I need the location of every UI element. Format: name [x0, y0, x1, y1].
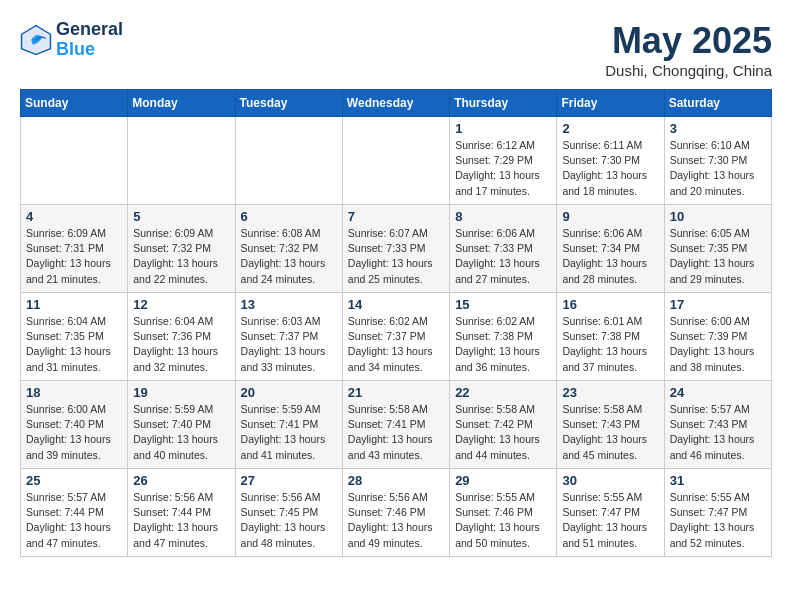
day-info: Sunrise: 6:04 AM Sunset: 7:36 PM Dayligh…	[133, 314, 229, 375]
day-info: Sunrise: 5:59 AM Sunset: 7:40 PM Dayligh…	[133, 402, 229, 463]
calendar-cell: 5Sunrise: 6:09 AM Sunset: 7:32 PM Daylig…	[128, 205, 235, 293]
day-number: 13	[241, 297, 337, 312]
day-number: 27	[241, 473, 337, 488]
day-number: 21	[348, 385, 444, 400]
calendar-cell: 10Sunrise: 6:05 AM Sunset: 7:35 PM Dayli…	[664, 205, 771, 293]
calendar-cell: 14Sunrise: 6:02 AM Sunset: 7:37 PM Dayli…	[342, 293, 449, 381]
calendar-cell: 8Sunrise: 6:06 AM Sunset: 7:33 PM Daylig…	[450, 205, 557, 293]
day-number: 31	[670, 473, 766, 488]
day-info: Sunrise: 5:56 AM Sunset: 7:46 PM Dayligh…	[348, 490, 444, 551]
day-number: 12	[133, 297, 229, 312]
day-number: 19	[133, 385, 229, 400]
day-number: 10	[670, 209, 766, 224]
calendar-body: 1Sunrise: 6:12 AM Sunset: 7:29 PM Daylig…	[21, 117, 772, 557]
day-number: 23	[562, 385, 658, 400]
calendar-cell: 2Sunrise: 6:11 AM Sunset: 7:30 PM Daylig…	[557, 117, 664, 205]
day-number: 8	[455, 209, 551, 224]
calendar-cell: 25Sunrise: 5:57 AM Sunset: 7:44 PM Dayli…	[21, 469, 128, 557]
calendar-cell: 17Sunrise: 6:00 AM Sunset: 7:39 PM Dayli…	[664, 293, 771, 381]
day-number: 14	[348, 297, 444, 312]
calendar-cell	[235, 117, 342, 205]
logo-icon	[20, 24, 52, 56]
logo: General Blue	[20, 20, 123, 60]
day-info: Sunrise: 5:58 AM Sunset: 7:41 PM Dayligh…	[348, 402, 444, 463]
day-info: Sunrise: 5:56 AM Sunset: 7:45 PM Dayligh…	[241, 490, 337, 551]
calendar-cell: 12Sunrise: 6:04 AM Sunset: 7:36 PM Dayli…	[128, 293, 235, 381]
calendar-table: SundayMondayTuesdayWednesdayThursdayFrid…	[20, 89, 772, 557]
header-cell-wednesday: Wednesday	[342, 90, 449, 117]
day-number: 1	[455, 121, 551, 136]
calendar-cell: 9Sunrise: 6:06 AM Sunset: 7:34 PM Daylig…	[557, 205, 664, 293]
header-cell-saturday: Saturday	[664, 90, 771, 117]
day-info: Sunrise: 6:12 AM Sunset: 7:29 PM Dayligh…	[455, 138, 551, 199]
header-cell-monday: Monday	[128, 90, 235, 117]
logo-line1: General	[56, 20, 123, 40]
day-info: Sunrise: 6:07 AM Sunset: 7:33 PM Dayligh…	[348, 226, 444, 287]
day-number: 15	[455, 297, 551, 312]
day-info: Sunrise: 6:00 AM Sunset: 7:39 PM Dayligh…	[670, 314, 766, 375]
calendar-cell: 3Sunrise: 6:10 AM Sunset: 7:30 PM Daylig…	[664, 117, 771, 205]
day-info: Sunrise: 6:02 AM Sunset: 7:38 PM Dayligh…	[455, 314, 551, 375]
day-info: Sunrise: 5:57 AM Sunset: 7:44 PM Dayligh…	[26, 490, 122, 551]
day-info: Sunrise: 6:09 AM Sunset: 7:32 PM Dayligh…	[133, 226, 229, 287]
day-info: Sunrise: 6:06 AM Sunset: 7:33 PM Dayligh…	[455, 226, 551, 287]
header-row: SundayMondayTuesdayWednesdayThursdayFrid…	[21, 90, 772, 117]
calendar-week-2: 4Sunrise: 6:09 AM Sunset: 7:31 PM Daylig…	[21, 205, 772, 293]
calendar-cell: 23Sunrise: 5:58 AM Sunset: 7:43 PM Dayli…	[557, 381, 664, 469]
day-info: Sunrise: 5:57 AM Sunset: 7:43 PM Dayligh…	[670, 402, 766, 463]
calendar-cell: 28Sunrise: 5:56 AM Sunset: 7:46 PM Dayli…	[342, 469, 449, 557]
calendar-cell: 6Sunrise: 6:08 AM Sunset: 7:32 PM Daylig…	[235, 205, 342, 293]
calendar-cell: 22Sunrise: 5:58 AM Sunset: 7:42 PM Dayli…	[450, 381, 557, 469]
day-info: Sunrise: 6:08 AM Sunset: 7:32 PM Dayligh…	[241, 226, 337, 287]
day-info: Sunrise: 5:58 AM Sunset: 7:43 PM Dayligh…	[562, 402, 658, 463]
day-number: 6	[241, 209, 337, 224]
calendar-cell: 4Sunrise: 6:09 AM Sunset: 7:31 PM Daylig…	[21, 205, 128, 293]
day-info: Sunrise: 6:11 AM Sunset: 7:30 PM Dayligh…	[562, 138, 658, 199]
day-number: 5	[133, 209, 229, 224]
day-number: 11	[26, 297, 122, 312]
title-block: May 2025 Dushi, Chongqing, China	[605, 20, 772, 79]
calendar-week-5: 25Sunrise: 5:57 AM Sunset: 7:44 PM Dayli…	[21, 469, 772, 557]
calendar-cell: 7Sunrise: 6:07 AM Sunset: 7:33 PM Daylig…	[342, 205, 449, 293]
day-info: Sunrise: 6:06 AM Sunset: 7:34 PM Dayligh…	[562, 226, 658, 287]
calendar-cell: 21Sunrise: 5:58 AM Sunset: 7:41 PM Dayli…	[342, 381, 449, 469]
day-number: 7	[348, 209, 444, 224]
day-info: Sunrise: 6:00 AM Sunset: 7:40 PM Dayligh…	[26, 402, 122, 463]
month-title: May 2025	[605, 20, 772, 62]
calendar-cell	[21, 117, 128, 205]
header-cell-friday: Friday	[557, 90, 664, 117]
calendar-cell: 29Sunrise: 5:55 AM Sunset: 7:46 PM Dayli…	[450, 469, 557, 557]
logo-line2: Blue	[56, 40, 123, 60]
header-cell-thursday: Thursday	[450, 90, 557, 117]
day-number: 24	[670, 385, 766, 400]
day-number: 2	[562, 121, 658, 136]
header-cell-tuesday: Tuesday	[235, 90, 342, 117]
calendar-week-1: 1Sunrise: 6:12 AM Sunset: 7:29 PM Daylig…	[21, 117, 772, 205]
day-info: Sunrise: 5:59 AM Sunset: 7:41 PM Dayligh…	[241, 402, 337, 463]
calendar-cell: 24Sunrise: 5:57 AM Sunset: 7:43 PM Dayli…	[664, 381, 771, 469]
calendar-cell: 20Sunrise: 5:59 AM Sunset: 7:41 PM Dayli…	[235, 381, 342, 469]
day-number: 30	[562, 473, 658, 488]
day-number: 25	[26, 473, 122, 488]
day-number: 4	[26, 209, 122, 224]
day-number: 28	[348, 473, 444, 488]
calendar-cell	[342, 117, 449, 205]
day-info: Sunrise: 5:58 AM Sunset: 7:42 PM Dayligh…	[455, 402, 551, 463]
day-number: 9	[562, 209, 658, 224]
day-number: 16	[562, 297, 658, 312]
calendar-week-4: 18Sunrise: 6:00 AM Sunset: 7:40 PM Dayli…	[21, 381, 772, 469]
page-header: General Blue May 2025 Dushi, Chongqing, …	[20, 20, 772, 79]
day-number: 22	[455, 385, 551, 400]
calendar-cell: 31Sunrise: 5:55 AM Sunset: 7:47 PM Dayli…	[664, 469, 771, 557]
calendar-cell: 27Sunrise: 5:56 AM Sunset: 7:45 PM Dayli…	[235, 469, 342, 557]
day-number: 17	[670, 297, 766, 312]
day-info: Sunrise: 6:09 AM Sunset: 7:31 PM Dayligh…	[26, 226, 122, 287]
day-number: 18	[26, 385, 122, 400]
calendar-cell: 19Sunrise: 5:59 AM Sunset: 7:40 PM Dayli…	[128, 381, 235, 469]
calendar-header: SundayMondayTuesdayWednesdayThursdayFrid…	[21, 90, 772, 117]
day-info: Sunrise: 5:55 AM Sunset: 7:47 PM Dayligh…	[562, 490, 658, 551]
day-info: Sunrise: 6:02 AM Sunset: 7:37 PM Dayligh…	[348, 314, 444, 375]
day-number: 3	[670, 121, 766, 136]
day-info: Sunrise: 5:56 AM Sunset: 7:44 PM Dayligh…	[133, 490, 229, 551]
day-info: Sunrise: 6:01 AM Sunset: 7:38 PM Dayligh…	[562, 314, 658, 375]
